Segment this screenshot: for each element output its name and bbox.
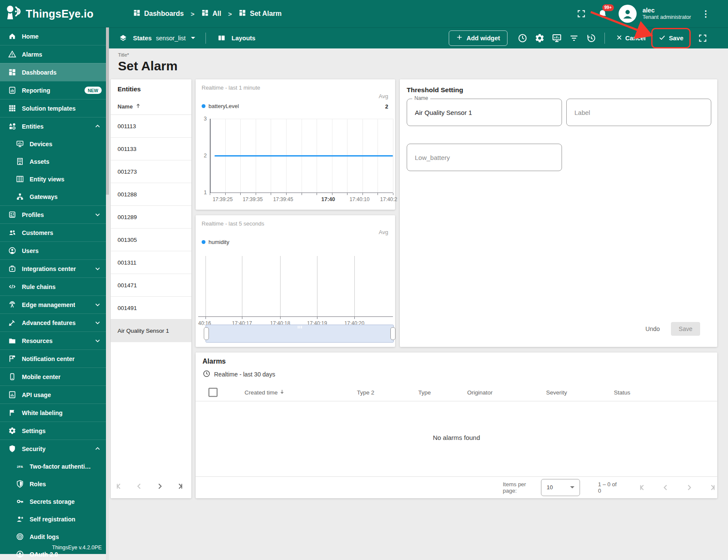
save-button[interactable]: Save <box>655 31 687 45</box>
entity-aliases-icon[interactable] <box>551 33 562 44</box>
next-page-icon[interactable] <box>684 482 694 493</box>
sidebar-item-users[interactable]: Users <box>0 241 106 259</box>
sidebar-item-reporting[interactable]: ReportingNEW <box>0 81 106 99</box>
datazoom-right-handle[interactable] <box>390 327 396 340</box>
sidebar-item-home[interactable]: Home <box>0 27 106 45</box>
sidebar-item-devices[interactable]: Devices <box>0 135 106 153</box>
y-axis-label: 2 <box>204 153 210 159</box>
layouts-button[interactable]: Layouts <box>232 35 256 42</box>
entity-row[interactable]: 001491 <box>111 297 191 319</box>
name-input[interactable] <box>407 99 562 126</box>
sidebar-item-audit-logs[interactable]: Audit logs <box>0 528 106 545</box>
sidebar-item-roles[interactable]: Roles <box>0 475 106 493</box>
label-input[interactable] <box>567 99 711 126</box>
sidebar-item-dashboards[interactable]: Dashboards <box>0 63 106 81</box>
sidebar-item-notification-center[interactable]: Notification center <box>0 349 106 367</box>
app-logo[interactable]: ThingsEye.io <box>5 4 112 23</box>
user-role: Tenant administrator <box>643 14 691 21</box>
x-axis-label: 17:40:2 <box>380 196 397 202</box>
sidebar-scrollbar[interactable] <box>106 27 109 560</box>
entity-row[interactable]: 001133 <box>111 138 191 160</box>
sidebar-item-edge-management[interactable]: Edge management <box>0 295 106 313</box>
entity-row[interactable]: 001289 <box>111 206 191 229</box>
entity-row[interactable]: 001311 <box>111 251 191 274</box>
timewindow-clock-icon[interactable] <box>517 33 528 44</box>
select-all-checkbox[interactable] <box>208 388 217 397</box>
page-title[interactable]: Set Alarm <box>118 59 178 73</box>
kebab-menu-icon[interactable]: ⋮ <box>701 9 710 19</box>
sidebar-item-advanced-features[interactable]: Advanced features <box>0 313 106 331</box>
breadcrumb-all[interactable]: All <box>201 9 221 18</box>
column-header-type-2[interactable]: Type 2 <box>357 389 375 396</box>
last-page-icon[interactable] <box>175 481 185 491</box>
threshold-save-button[interactable]: Save <box>671 322 700 336</box>
datazoom-grip-icon[interactable] <box>298 326 302 328</box>
filters-icon[interactable] <box>568 33 580 44</box>
alarm-type-input[interactable] <box>407 144 562 171</box>
entity-row[interactable]: 001273 <box>111 160 191 183</box>
sidebar-item-solution-templates[interactable]: Solution templates <box>0 99 106 117</box>
items-per-page-select[interactable]: 10 <box>541 479 580 496</box>
sidebar-item-white-labeling[interactable]: White labeling <box>0 403 106 422</box>
sidebar-item-integrations-center[interactable]: Integrations center <box>0 259 106 277</box>
humidity-chart-widget[interactable]: Realtime - last 5 seconds Avg humidity 4… <box>196 215 395 347</box>
sidebar-item-assets[interactable]: Assets <box>0 153 106 170</box>
version-history-icon[interactable] <box>586 33 597 44</box>
column-header-severity[interactable]: Severity <box>546 389 567 396</box>
column-header-created-time[interactable]: Created time <box>245 389 285 396</box>
sidebar-item-entity-views[interactable]: Entity views <box>0 170 106 188</box>
entity-row[interactable]: 001113 <box>111 115 191 138</box>
user-info[interactable]: alec Tenant administrator <box>643 6 691 21</box>
battery-level-chart-widget[interactable]: Realtime - last 1 minute Avg 2 batteryLe… <box>196 79 395 210</box>
sidebar-item-two-factor-authenticati[interactable]: 2FATwo-factor authenticati… <box>0 458 106 475</box>
avatar[interactable] <box>619 5 637 23</box>
breadcrumb-dashboards[interactable]: Dashboards <box>133 9 184 18</box>
sidebar-item-alarms[interactable]: Alarms <box>0 45 106 63</box>
sidebar-item-profiles[interactable]: Profiles <box>0 205 106 223</box>
entity-row[interactable]: 001305 <box>111 229 191 251</box>
fullscreen-icon[interactable] <box>576 8 587 19</box>
entity-row[interactable]: Air Quality Sensor 1 <box>111 319 191 342</box>
sidebar-item-self-registration[interactable]: Self registration <box>0 510 106 528</box>
sidebar-item-api-usage[interactable]: API usage <box>0 385 106 403</box>
breadcrumb-set-alarm[interactable]: Set Alarm <box>239 9 281 18</box>
chart-legend[interactable]: batteryLevel <box>202 103 239 109</box>
sidebar-item-entities[interactable]: Entities <box>0 117 106 135</box>
sidebar-item-resources[interactable]: Resources <box>0 331 106 349</box>
last-page-icon[interactable] <box>707 482 717 493</box>
sidebar-item-security[interactable]: Security <box>0 440 106 458</box>
first-page-icon[interactable] <box>114 481 124 491</box>
chevron-up-icon <box>94 123 101 129</box>
datazoom-slider[interactable] <box>205 325 394 343</box>
column-header-type[interactable]: Type <box>418 389 431 396</box>
chart-legend[interactable]: humidity <box>202 239 229 245</box>
states-value[interactable]: sensor_list <box>156 35 186 42</box>
previous-page-icon[interactable] <box>661 482 671 493</box>
next-page-icon[interactable] <box>154 481 165 491</box>
undo-button[interactable]: Undo <box>646 325 660 332</box>
entities-name-column-header[interactable]: Name <box>111 93 191 114</box>
axis-tick <box>210 193 210 195</box>
column-header-originator[interactable]: Originator <box>467 389 492 396</box>
sidebar-item-gateways[interactable]: Gateways <box>0 188 106 205</box>
sidebar-item-settings[interactable]: Settings <box>0 422 106 440</box>
settings-gear-icon[interactable] <box>534 33 545 44</box>
sidebar-item-secrets-storage[interactable]: Secrets storage <box>0 493 106 510</box>
scrollbar-thumb[interactable] <box>106 27 109 195</box>
first-page-icon[interactable] <box>637 482 648 493</box>
breadcrumb-separator: > <box>228 10 232 18</box>
entity-row[interactable]: 001288 <box>111 183 191 206</box>
sidebar-item-mobile-center[interactable]: Mobile center <box>0 367 106 385</box>
sidebar-item-customers[interactable]: Customers <box>0 223 106 241</box>
sidebar-item-rule-chains[interactable]: Rule chains <box>0 277 106 295</box>
previous-page-icon[interactable] <box>134 481 145 491</box>
entity-row[interactable]: 001471 <box>111 274 191 297</box>
column-header-status[interactable]: Status <box>614 389 630 396</box>
notifications-bell-icon[interactable]: 99+ <box>597 8 608 19</box>
chevron-down-icon[interactable] <box>191 37 195 39</box>
datazoom-left-handle[interactable] <box>204 327 209 340</box>
cancel-button[interactable]: Cancel <box>613 32 649 45</box>
fullscreen-icon[interactable] <box>697 33 708 44</box>
alarms-timewindow-button[interactable]: Realtime - last 30 days <box>202 370 717 379</box>
add-widget-button[interactable]: Add widget <box>449 30 507 46</box>
